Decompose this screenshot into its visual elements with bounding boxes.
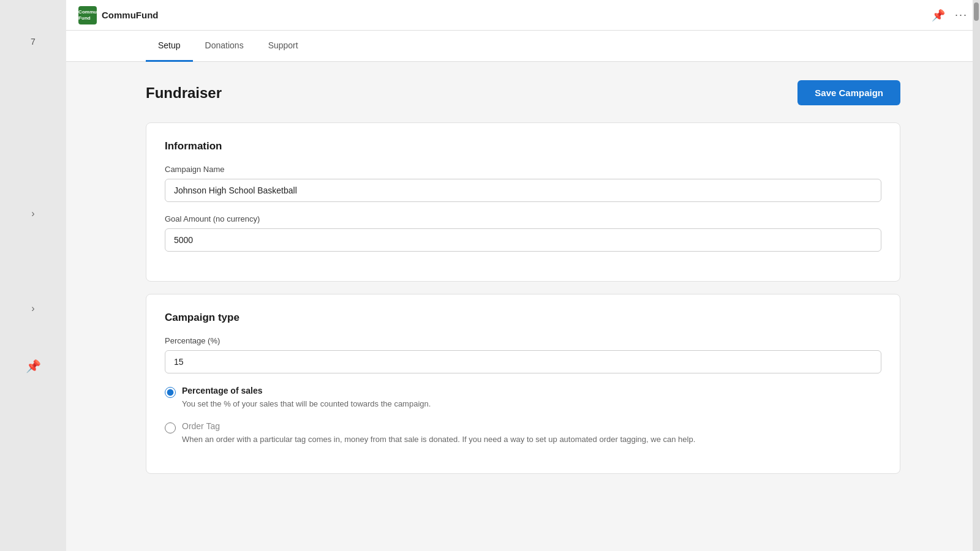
radio-option-percentage: Percentage of sales You set the % of you… xyxy=(165,386,881,410)
sidebar: 7 › › 📌 xyxy=(0,0,66,551)
tab-support[interactable]: Support xyxy=(256,31,311,62)
information-card-title: Information xyxy=(165,140,881,152)
topbar-pin-icon[interactable]: 📌 xyxy=(932,9,945,22)
tab-setup[interactable]: Setup xyxy=(146,31,193,62)
percentage-input[interactable] xyxy=(165,350,881,373)
app-name: CommuFund xyxy=(102,10,158,20)
topbar-right: 📌 ··· xyxy=(932,9,968,22)
topbar-more-icon[interactable]: ··· xyxy=(955,9,968,21)
sidebar-chevron-top[interactable]: › xyxy=(31,208,34,219)
radio-order-tag-content: Order Tag When an order with a particula… xyxy=(182,421,695,446)
page-title: Fundraiser xyxy=(146,84,222,102)
radio-order-tag-label: Order Tag xyxy=(182,421,695,431)
goal-amount-label: Goal Amount (no currency) xyxy=(165,214,881,223)
page-header: Fundraiser Save Campaign xyxy=(146,80,900,105)
nav-tabs: Setup Donations Support xyxy=(66,31,980,62)
radio-percentage-of-sales[interactable] xyxy=(165,387,176,398)
information-card: Information Campaign Name Goal Amount (n… xyxy=(146,122,900,282)
campaign-name-group: Campaign Name xyxy=(165,165,881,202)
percentage-group: Percentage (%) xyxy=(165,336,881,373)
radio-percentage-desc: You set the % of your sales that will be… xyxy=(182,398,431,410)
campaign-type-card: Campaign type Percentage (%) Percentage … xyxy=(146,294,900,474)
scroll-thumb[interactable] xyxy=(974,2,979,21)
scrollbar[interactable] xyxy=(973,0,980,551)
campaign-name-input[interactable] xyxy=(165,179,881,202)
radio-order-tag[interactable] xyxy=(165,422,176,433)
radio-percentage-label: Percentage of sales xyxy=(182,386,431,395)
main-area: CommuFund CommuFund 📌 ··· Setup Donation… xyxy=(66,0,980,551)
app-logo: CommuFund xyxy=(78,6,97,24)
logo-wrapper: CommuFund CommuFund xyxy=(78,6,158,24)
radio-order-tag-desc: When an order with a particular tag come… xyxy=(182,433,695,446)
sidebar-number: 7 xyxy=(31,37,36,47)
topbar: CommuFund CommuFund 📌 ··· xyxy=(66,0,980,31)
goal-amount-group: Goal Amount (no currency) xyxy=(165,214,881,252)
save-campaign-button[interactable]: Save Campaign xyxy=(797,80,900,105)
campaign-name-label: Campaign Name xyxy=(165,165,881,174)
goal-amount-input[interactable] xyxy=(165,228,881,252)
radio-option-order-tag: Order Tag When an order with a particula… xyxy=(165,421,881,446)
radio-percentage-content: Percentage of sales You set the % of you… xyxy=(182,386,431,410)
tab-donations[interactable]: Donations xyxy=(193,31,256,62)
campaign-type-card-title: Campaign type xyxy=(165,312,881,324)
sidebar-pin-icon[interactable]: 📌 xyxy=(26,359,41,373)
percentage-label: Percentage (%) xyxy=(165,336,881,345)
sidebar-chevron-bottom[interactable]: › xyxy=(31,303,34,314)
page-content: Fundraiser Save Campaign Information Cam… xyxy=(66,62,980,551)
